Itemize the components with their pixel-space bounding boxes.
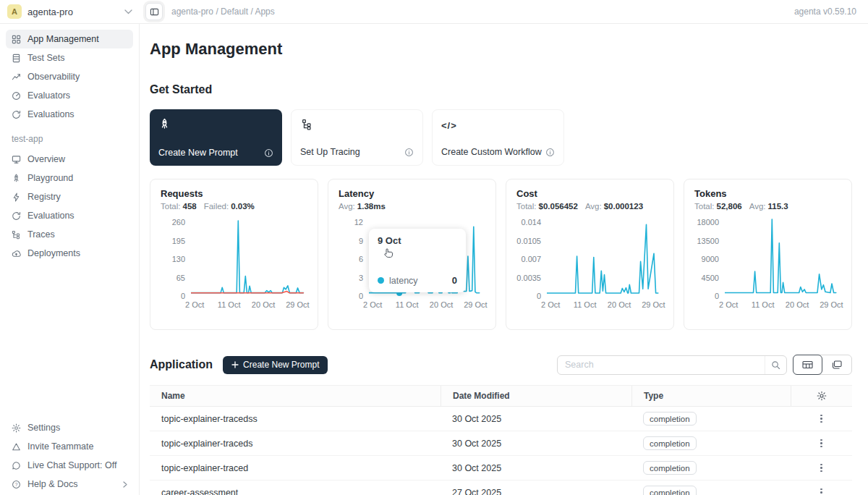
chat-bubble-icon	[12, 461, 21, 470]
sidebar-item-overview[interactable]: Overview	[6, 150, 133, 169]
x-axis-labels: 2 Oct11 Oct20 Oct29 Oct	[547, 300, 661, 312]
top-bar: A agenta-pro agenta-pro / Default / Apps…	[0, 0, 868, 24]
y-axis-labels: 0.0140.01050.0070.00350	[516, 216, 547, 297]
sidebar-item-registry[interactable]: Registry	[6, 187, 133, 206]
view-toggle	[793, 355, 852, 375]
sidebar-item-label: Settings	[27, 423, 60, 433]
y-axis-labels: 260195130650	[161, 216, 191, 297]
tree-icon	[12, 230, 21, 240]
create-new-prompt-button[interactable]: Create New Prompt	[223, 356, 328, 374]
set-up-tracing-card[interactable]: Set Up Tracing	[291, 109, 423, 166]
rocket-icon	[12, 174, 21, 183]
plus-icon	[231, 361, 239, 368]
sidebar-item-evaluators[interactable]: Evaluators	[6, 86, 133, 105]
sidebar-item-app-management[interactable]: App Management	[6, 30, 133, 48]
chart-title: Latency	[339, 188, 485, 199]
sidebar-item-label: Evaluations	[27, 211, 75, 221]
sidebar-item-playground[interactable]: Playground	[6, 169, 133, 187]
sidebar-item-label: App Management	[27, 34, 99, 44]
sidebar-item-deployments[interactable]: Deployments	[6, 244, 133, 263]
app-name: career-assessment	[150, 488, 441, 495]
cost-chart-card: Cost Total:$0.056452 Avg:$0.000123 0.014…	[506, 179, 674, 330]
metrics-cards: Requests Total:458 Failed:0.03% 26019513…	[150, 179, 852, 330]
table-row[interactable]: topic-explainer-tracedss 30 Oct 2025 com…	[150, 407, 852, 431]
sidebar-item-label: Overview	[27, 154, 65, 164]
info-icon[interactable]	[545, 148, 555, 157]
refresh-circle-icon	[12, 110, 21, 119]
table-settings-gear-icon[interactable]	[791, 386, 852, 406]
card-view-icon	[832, 360, 842, 369]
sidebar-item-label: Observability	[27, 72, 80, 82]
sidebar-item-label: Live Chat Support: Off	[27, 460, 116, 470]
test-sets-icon	[12, 54, 21, 63]
row-menu-icon[interactable]	[820, 415, 822, 423]
invite-icon	[12, 442, 21, 452]
create-new-prompt-card[interactable]: Create New Prompt	[150, 109, 282, 166]
get-started-cards: Create New Prompt Set Up Tracing </> Cre…	[150, 109, 852, 166]
column-header-name[interactable]: Name	[150, 391, 441, 401]
tooltip-series-name: latency	[389, 276, 418, 286]
sidebar: App Management Test Sets Observability E…	[0, 24, 140, 495]
app-date-modified: 27 Oct 2025	[441, 488, 631, 495]
applications-table: Name Date Modified Type topic-explainer-…	[150, 385, 852, 495]
app-section-label: test-app	[12, 134, 139, 144]
tokens-sparkline	[725, 216, 839, 297]
sidebar-item-app-evaluations[interactable]: Evaluations	[6, 206, 133, 225]
tooltip-value: 0	[452, 275, 457, 286]
sidebar-item-settings[interactable]: Settings	[6, 418, 133, 437]
table-view-button[interactable]	[793, 355, 822, 375]
sidebar-item-invite-teammate[interactable]: Invite Teammate	[6, 437, 133, 456]
search-input[interactable]	[558, 360, 765, 370]
sidebar-item-evaluations[interactable]: Evaluations	[6, 105, 133, 124]
sidebar-collapse-button[interactable]	[145, 3, 163, 20]
chart-stats: Total:$0.056452 Avg:$0.000123	[516, 202, 663, 211]
app-type-badge: completion	[643, 412, 697, 426]
sidebar-item-label: Registry	[27, 192, 61, 202]
y-axis-labels: 129630	[339, 216, 369, 297]
table-row[interactable]: career-assessment 27 Oct 2025 completion	[150, 481, 852, 495]
lightning-icon	[12, 192, 21, 202]
row-menu-icon[interactable]	[820, 488, 822, 495]
row-menu-icon[interactable]	[820, 439, 822, 448]
search-icon[interactable]	[765, 356, 786, 374]
sidebar-item-help-docs[interactable]: ? Help & Docs	[6, 475, 133, 494]
tooltip-series-row: latency 0	[378, 275, 457, 286]
create-custom-workflow-card[interactable]: </> Create Custom Workflow	[432, 109, 564, 166]
chevron-right-icon	[123, 481, 127, 488]
app-name: topic-explainer-traceds	[150, 439, 441, 449]
info-icon[interactable]	[264, 148, 273, 158]
chart-title: Cost	[516, 188, 663, 199]
info-icon[interactable]	[404, 148, 414, 157]
card-label: Create New Prompt	[158, 148, 238, 158]
card-label: Create Custom Workflow	[441, 147, 542, 157]
app-name: topic-explainer-traced	[150, 463, 441, 473]
sidebar-item-live-chat[interactable]: Live Chat Support: Off	[6, 456, 133, 475]
table-view-icon	[802, 360, 813, 369]
app-name: topic-explainer-tracedss	[150, 414, 441, 424]
requests-sparkline	[191, 216, 305, 297]
table-row[interactable]: topic-explainer-traceds 30 Oct 2025 comp…	[150, 431, 852, 456]
sidebar-item-test-sets[interactable]: Test Sets	[6, 48, 133, 67]
table-row[interactable]: topic-explainer-traced 30 Oct 2025 compl…	[150, 456, 852, 481]
sidebar-item-label: Test Sets	[27, 53, 64, 63]
card-view-button[interactable]	[822, 355, 851, 374]
gauge-icon	[12, 91, 21, 101]
refresh-circle-icon	[12, 211, 21, 221]
column-header-date-modified[interactable]: Date Modified	[441, 386, 631, 406]
tracing-tree-icon	[300, 119, 414, 130]
sidebar-item-traces[interactable]: Traces	[6, 225, 133, 244]
app-type-badge: completion	[643, 461, 697, 475]
x-axis-labels: 2 Oct11 Oct20 Oct29 Oct	[369, 300, 483, 312]
row-menu-icon[interactable]	[820, 464, 822, 473]
sidebar-item-label: Invite Teammate	[27, 441, 93, 452]
sidebar-item-label: Help & Docs	[27, 479, 77, 489]
workspace-selector[interactable]: A agenta-pro	[0, 4, 140, 19]
main-content: App Management Get Started Create New Pr…	[140, 24, 868, 495]
column-header-type[interactable]: Type	[631, 386, 791, 406]
help-circle-icon: ?	[12, 480, 21, 489]
sidebar-item-observability[interactable]: Observability	[6, 67, 133, 86]
code-icon: </>	[441, 120, 457, 131]
sidebar-item-label: Evaluations	[27, 109, 75, 119]
chart-title: Requests	[161, 188, 307, 199]
breadcrumb[interactable]: agenta-pro / Default / Apps	[171, 7, 275, 17]
